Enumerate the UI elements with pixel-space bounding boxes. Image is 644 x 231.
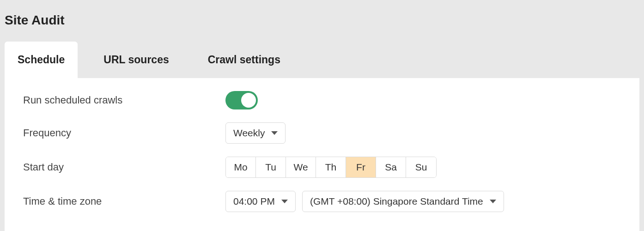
frequency-select[interactable]: Weekly bbox=[225, 122, 286, 144]
toggle-knob bbox=[241, 93, 256, 108]
row-frequency: Frequency Weekly bbox=[9, 122, 635, 144]
time-value: 04:00 PM bbox=[233, 196, 275, 207]
run-scheduled-crawls-toggle[interactable] bbox=[225, 91, 258, 109]
chevron-down-icon bbox=[490, 200, 496, 203]
row-start-day: Start day Mo Tu We Th Fr Sa Su bbox=[9, 157, 635, 178]
schedule-panel: Run scheduled crawls Frequency Weekly St… bbox=[5, 78, 639, 231]
tab-url-sources[interactable]: URL sources bbox=[91, 42, 182, 78]
row-run-scheduled-crawls: Run scheduled crawls bbox=[9, 91, 635, 109]
frequency-label: Frequency bbox=[9, 127, 225, 139]
day-fr[interactable]: Fr bbox=[346, 157, 376, 177]
time-zone-label: Time & time zone bbox=[9, 195, 225, 207]
day-we[interactable]: We bbox=[286, 157, 316, 177]
timezone-value: (GMT +08:00) Singapore Standard Time bbox=[310, 196, 483, 207]
tabs: Schedule URL sources Crawl settings bbox=[0, 42, 644, 78]
page-title: Site Audit bbox=[0, 0, 644, 42]
day-th[interactable]: Th bbox=[316, 157, 346, 177]
row-time-zone: Time & time zone 04:00 PM (GMT +08:00) S… bbox=[9, 191, 635, 212]
day-sa[interactable]: Sa bbox=[376, 157, 406, 177]
chevron-down-icon bbox=[271, 131, 278, 135]
run-scheduled-crawls-label: Run scheduled crawls bbox=[9, 94, 225, 106]
start-day-label: Start day bbox=[9, 161, 225, 173]
tab-schedule[interactable]: Schedule bbox=[5, 42, 78, 78]
timezone-select[interactable]: (GMT +08:00) Singapore Standard Time bbox=[302, 191, 504, 212]
frequency-value: Weekly bbox=[233, 128, 265, 139]
chevron-down-icon bbox=[281, 200, 288, 203]
day-mo[interactable]: Mo bbox=[226, 157, 256, 177]
day-tu[interactable]: Tu bbox=[256, 157, 286, 177]
day-su[interactable]: Su bbox=[406, 157, 436, 177]
start-day-group: Mo Tu We Th Fr Sa Su bbox=[225, 157, 437, 178]
tab-crawl-settings[interactable]: Crawl settings bbox=[195, 42, 293, 78]
time-select[interactable]: 04:00 PM bbox=[225, 191, 296, 212]
